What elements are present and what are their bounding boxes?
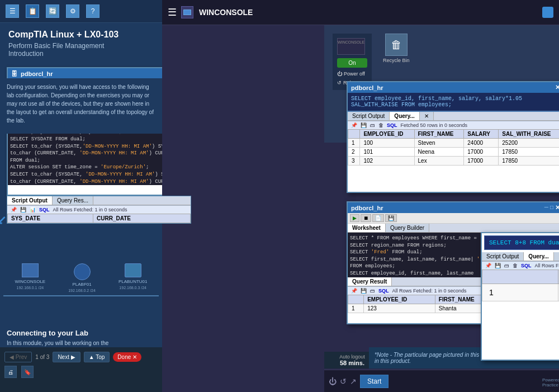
monitor-inner: [183, 10, 191, 15]
right-panel: ☰ WINCONSOLE WINCONSOLE On ⏻ Power off ↺…: [162, 0, 559, 392]
sql-win3-maximize[interactable]: □: [550, 204, 553, 211]
salary-3: 17000: [464, 157, 499, 166]
sql-label2: SQL: [387, 122, 397, 128]
power-on-btn[interactable]: On: [337, 58, 367, 68]
start-button[interactable]: Start: [360, 375, 389, 388]
save-icon5: 💾: [495, 263, 501, 268]
query-tab4[interactable]: Query...: [524, 252, 554, 261]
router-icon: [74, 263, 91, 280]
script-output-tab4[interactable]: Script Output: [482, 252, 524, 261]
db-icon3: 🗃: [370, 288, 375, 294]
sql-win4-output-tabs: Script Output Query... ✕: [482, 252, 559, 261]
course-subtitle: Perform Basic File Management: [8, 42, 154, 50]
worksheet-tab3[interactable]: Worksheet: [348, 224, 386, 232]
stop-btn3[interactable]: ⏹: [361, 214, 371, 222]
query-highlight-4[interactable]: SELECT 8+8 FROM dual;: [484, 235, 559, 250]
refresh-icon-bottom[interactable]: ↺: [340, 377, 347, 386]
status-text3: All Rows Fetched: 1 in 0 seconds: [392, 288, 467, 294]
bottom-controls: ⏻ ↺ ↗: [329, 377, 357, 386]
row-num-3: 3: [348, 157, 360, 166]
next-icon: ▶: [71, 354, 75, 360]
power-on-label: On: [348, 60, 356, 66]
top-btn[interactable]: ▲ Top: [84, 352, 110, 362]
result-table-2: EMPLOYEE_ID FIRST_NAME SALARY SAL_WITH_R…: [348, 129, 559, 166]
connecting-text: In this module, you will be working on t…: [7, 339, 155, 347]
query-builder-tab3[interactable]: Query Builder: [386, 224, 429, 232]
sql-window-4: SELECT 8+8 FROM dual; Script Output Quer…: [481, 232, 559, 361]
sql-label1: SQL: [39, 207, 50, 212]
sql-btn3[interactable]: 📄: [372, 214, 384, 222]
help-icon[interactable]: ?: [86, 4, 100, 18]
query-result-tab[interactable]: Query Res...: [53, 196, 93, 205]
query-text-2: SELECT employee_id, first_name, salary, …: [351, 96, 522, 102]
sql-win2-close[interactable]: ✕: [555, 84, 559, 91]
sql-win2-titlebar: pdborcl_hr ✕: [348, 82, 559, 93]
query-box-2[interactable]: SELECT employee_id, first_name, salary, …: [348, 93, 559, 112]
winconsole-title: WINCONSOLE: [199, 8, 253, 17]
network-diagram: WINCONSOLE 192.168.0.1 /24 PLABF01 192.1…: [0, 257, 162, 324]
pin-icon2: 📌: [351, 122, 357, 128]
sql-label3: SQL: [378, 288, 389, 294]
status-text4: All Rows Fetched: 1 in 0 seconds: [535, 263, 559, 268]
done-btn[interactable]: Done ✕: [113, 352, 141, 362]
nav-controls: ◀ Prev 1 of 3 Next ▶ ▲ Top Done ✕: [4, 352, 158, 362]
sql-win3-titlebar: pdborcl_hr ─ □ ✕: [348, 202, 559, 213]
close-tab4[interactable]: ✕: [554, 252, 559, 261]
table-row: 3 102 Lex 17000 17850: [348, 157, 560, 166]
table-row: 1 16: [482, 284, 560, 301]
menu-icon[interactable]: ☰: [6, 4, 19, 18]
power-icon-bottom[interactable]: ⏻: [329, 377, 337, 386]
sql-win3-tabs: Worksheet Query Builder: [348, 224, 559, 233]
del-icon4: 🗑: [513, 263, 518, 268]
top-label: Top: [96, 354, 105, 360]
left-content: During your session, you will have acces…: [0, 78, 162, 134]
course-title: CompTIA Linux + LX0-103: [8, 30, 154, 40]
network-line: [3, 295, 159, 296]
host-plabf01: PLABF01 192.168.0.2 /24: [68, 263, 96, 292]
close-tab2[interactable]: ✕: [420, 112, 434, 120]
settings-icon[interactable]: ⚙: [66, 4, 79, 18]
query-tab2[interactable]: Query...: [390, 112, 420, 120]
recycle-bin-icon: 🗑: [385, 34, 408, 56]
recycle-bin-label: Recycle Bin: [383, 58, 410, 63]
sql-win3-toolbar: ▶ ⏹ 📄 💾: [348, 213, 559, 224]
sql-win3-close[interactable]: ✕: [555, 204, 559, 211]
query-result-tab3[interactable]: Query Result: [348, 277, 392, 286]
arrow-down-icon: ↙: [0, 213, 6, 228]
share-icon-bottom[interactable]: ↗: [350, 377, 357, 386]
col-num3: [348, 295, 364, 304]
status-text1: All Rows Fetched: 1 in 0 seconds: [53, 207, 127, 212]
next-btn[interactable]: Next ▶: [53, 352, 80, 362]
query-text-2b: SAL_WITH_RAISE FROM employees;: [351, 102, 452, 108]
status-bar-1: 📌 💾 📊 SQL All Rows Fetched: 1 in 0 secon…: [7, 205, 191, 214]
sql-win2-title: pdborcl_hr: [351, 84, 383, 91]
host-plabuntu-ip: 192.168.0.3 /24: [119, 286, 146, 290]
connecting-title: Connecting to your Lab: [7, 329, 155, 337]
script-output-tab[interactable]: Script Output: [7, 196, 53, 205]
bottom-bar: ⏻ ↺ ↗ Start Powered by Practice Labs: [324, 370, 559, 392]
table-row: 1 100 Steven 24000 25200: [348, 139, 560, 148]
prev-btn[interactable]: ◀ Prev: [4, 352, 32, 362]
pin-icon3: 📌: [351, 288, 357, 294]
col-currdate: CURR_DATE: [93, 214, 191, 223]
power-off-btn[interactable]: ⏻ Power off: [337, 71, 367, 77]
book-icon[interactable]: 📋: [26, 4, 39, 18]
emp-id3-1: 123: [364, 304, 435, 313]
col-first-name: FIRST_NAME: [414, 130, 464, 139]
bookmark-icon[interactable]: 🔖: [21, 366, 34, 378]
refresh-icon[interactable]: 🔄: [46, 4, 59, 18]
save-btn3[interactable]: 💾: [385, 214, 397, 222]
col-emp-id3: EMPLOYEE_ID: [364, 295, 435, 304]
save-icon3: 💾: [361, 122, 367, 128]
recycle-bin[interactable]: 🗑 Recycle Bin: [383, 34, 410, 63]
script-output-tab2[interactable]: Script Output: [348, 112, 390, 120]
print-icon[interactable]: 🖨: [4, 366, 17, 378]
hamburger-icon[interactable]: ☰: [168, 6, 177, 18]
sql-win2-output-tabs: Script Output Query... ✕: [348, 112, 559, 121]
blue-dot-indicator[interactable]: [542, 7, 553, 18]
col-sal-raise: SAL_WITH_RAISE: [499, 130, 559, 139]
row-num4-1: 1: [482, 284, 558, 301]
left-bottom: ◀ Prev 1 of 3 Next ▶ ▲ Top Done ✕ 🖨 🔖: [0, 347, 162, 392]
sql-win3-minimize[interactable]: ─: [544, 204, 548, 211]
run-btn3[interactable]: ▶: [350, 214, 359, 222]
